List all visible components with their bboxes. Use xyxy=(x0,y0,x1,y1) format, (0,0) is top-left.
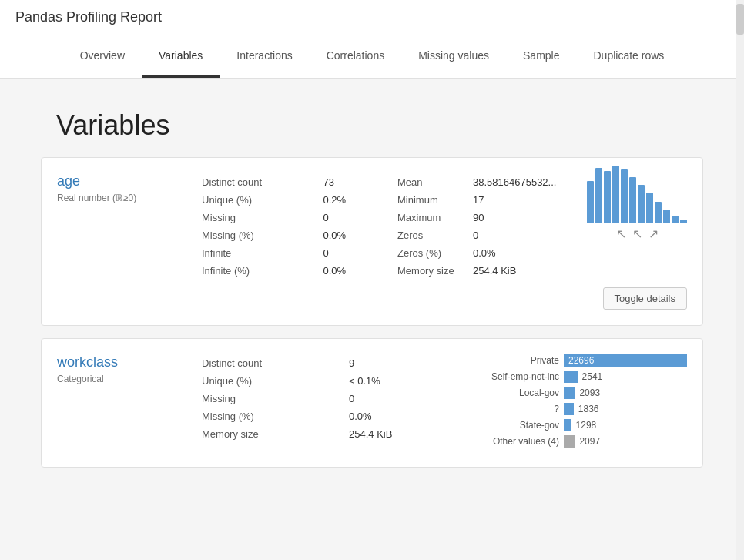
nav-item-sample[interactable]: Sample xyxy=(506,35,576,78)
var-name-workclass[interactable]: workclass xyxy=(57,354,165,371)
nav-item-interactions[interactable]: Interactions xyxy=(220,35,309,78)
bar xyxy=(587,181,594,223)
cat-bar: 22696 xyxy=(564,354,687,367)
bar xyxy=(672,216,679,223)
stats-table-age-left: Distinct count73 Unique (%)0.2% Missing0… xyxy=(196,173,376,280)
nav-item-variables[interactable]: Variables xyxy=(142,35,220,78)
cat-label: Self-emp-not-inc xyxy=(471,371,564,382)
table-row: Zeros (%)0.0% xyxy=(391,244,571,262)
variable-card-age: age Real number (ℝ≥0) Distinct count73 U… xyxy=(41,157,703,326)
toggle-details-button[interactable]: Toggle details xyxy=(603,287,688,310)
cat-label: ? xyxy=(471,404,564,414)
cat-bar xyxy=(564,371,578,383)
app-header: Pandas Profiling Report xyxy=(0,0,744,35)
scrollbar-thumb[interactable] xyxy=(736,4,744,35)
cat-row-other-values: Other values (4) 2097 xyxy=(471,435,687,448)
chart-ctrl-3[interactable]: ↗ xyxy=(648,226,659,241)
cat-label-other: Other values (4) xyxy=(471,436,564,447)
table-row: Missing0 xyxy=(196,209,376,226)
bar xyxy=(629,177,636,223)
cat-bar-wrap: 2093 xyxy=(564,387,687,399)
table-row: Memory size254.4 KiB xyxy=(196,425,456,443)
nav-item-overview[interactable]: Overview xyxy=(63,35,142,78)
table-row: Missing (%)0.0% xyxy=(196,407,456,425)
cat-count-other: 2097 xyxy=(579,436,600,447)
bar xyxy=(595,168,602,223)
table-row: Maximum90 xyxy=(391,209,571,226)
cat-row-self-emp: Self-emp-not-inc 2541 xyxy=(471,371,687,383)
bar xyxy=(646,193,653,223)
nav-item-correlations[interactable]: Correlations xyxy=(310,35,401,78)
table-row: Mean38.58164675532... xyxy=(391,173,571,191)
nav-bar: Overview Variables Interactions Correlat… xyxy=(0,35,744,79)
bar xyxy=(638,185,645,223)
stats-right-age: Mean38.58164675532... Minimum17 Maximum9… xyxy=(391,173,571,280)
table-row: Missing (%)0.0% xyxy=(196,226,376,244)
nav-item-duplicate-rows[interactable]: Duplicate rows xyxy=(577,35,682,78)
cat-row-state-gov: State-gov 1298 xyxy=(471,419,687,431)
cat-bar-wrap: 2541 xyxy=(564,371,687,383)
table-row: Minimum17 xyxy=(391,191,571,209)
bar xyxy=(621,169,628,223)
app-title: Pandas Profiling Report xyxy=(15,9,162,25)
cat-row-private: Private 22696 xyxy=(471,354,687,367)
variable-card-workclass: workclass Categorical Distinct count9 Un… xyxy=(41,338,703,468)
cat-bar-wrap: 1298 xyxy=(564,419,687,431)
bar xyxy=(604,171,611,223)
cat-count: 1298 xyxy=(576,420,597,431)
var-name-age[interactable]: age xyxy=(57,173,165,189)
table-row: Unique (%)0.2% xyxy=(196,191,376,209)
cat-bar-wrap: 1836 xyxy=(564,403,687,415)
chart-ctrl-1[interactable]: ↖ xyxy=(616,226,626,241)
cat-row-question: ? 1836 xyxy=(471,403,687,415)
table-row: Unique (%)< 0.1% xyxy=(196,372,456,390)
table-row: Distinct count9 xyxy=(196,354,456,372)
table-row: Infinite0 xyxy=(196,244,376,262)
table-row: Distinct count73 xyxy=(196,173,376,191)
chart-controls-age: ↖ ↖ ↗ xyxy=(587,226,687,241)
nav-item-missing-values[interactable]: Missing values xyxy=(401,35,506,78)
bar xyxy=(663,210,670,223)
cat-chart-workclass: Private 22696 Self-emp-not-inc 2541 L xyxy=(471,354,687,451)
chart-area-age: ↖ ↖ ↗ xyxy=(587,173,687,235)
stats-left-age: Distinct count73 Unique (%)0.2% Missing0… xyxy=(196,173,376,280)
cat-bar-wrap: 2097 xyxy=(564,435,687,448)
bar xyxy=(655,202,662,223)
cat-bar xyxy=(564,403,574,415)
chart-ctrl-2[interactable]: ↖ xyxy=(632,226,642,241)
bar xyxy=(680,220,687,223)
main-content: Variables age Real number (ℝ≥0) Distinct… xyxy=(25,79,719,495)
cat-count: 2541 xyxy=(582,371,603,382)
bar xyxy=(612,166,619,223)
cat-bar xyxy=(564,387,575,399)
table-row: Infinite (%)0.0% xyxy=(196,262,376,280)
cat-label: Local-gov xyxy=(471,387,564,398)
var-type-workclass: Categorical xyxy=(57,374,180,384)
cat-count: 2093 xyxy=(579,387,600,398)
cat-bar-other xyxy=(564,435,575,448)
page-title: Variables xyxy=(56,109,703,142)
cat-label: Private xyxy=(471,355,564,366)
toggle-details-area: Toggle details xyxy=(57,280,687,310)
cat-label: State-gov xyxy=(471,420,564,431)
histogram-age xyxy=(587,173,687,223)
stats-table-age-right: Mean38.58164675532... Minimum17 Maximum9… xyxy=(391,173,571,280)
table-row: Memory size254.4 KiB xyxy=(391,262,571,280)
scrollbar[interactable] xyxy=(736,0,744,495)
cat-bar-wrap: 22696 xyxy=(564,354,687,367)
table-row: Missing0 xyxy=(196,390,456,407)
var-type-age: Real number (ℝ≥0) xyxy=(57,193,180,203)
table-row: Zeros0 xyxy=(391,226,571,244)
stats-left-workclass: Distinct count9 Unique (%)< 0.1% Missing… xyxy=(196,354,456,451)
cat-row-local-gov: Local-gov 2093 xyxy=(471,387,687,399)
stats-table-workclass: Distinct count9 Unique (%)< 0.1% Missing… xyxy=(196,354,456,443)
cat-count: 1836 xyxy=(578,404,599,414)
cat-bar xyxy=(564,419,571,431)
